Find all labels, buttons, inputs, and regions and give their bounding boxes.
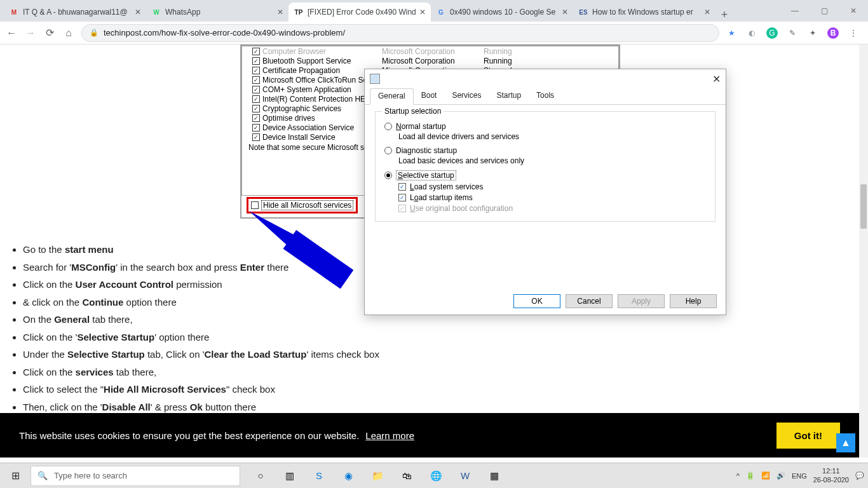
- service-checkbox[interactable]: [252, 114, 260, 122]
- cookie-accept-button[interactable]: Got it!: [776, 423, 840, 449]
- forward-button[interactable]: →: [24, 27, 37, 39]
- group-legend: Startup selection: [382, 107, 444, 116]
- chrome-menu-icon[interactable]: ⋮: [848, 27, 859, 39]
- clock-time: 12:11: [813, 467, 849, 475]
- dialog-close-button[interactable]: ✕: [712, 73, 721, 85]
- tab-favicon: ES: [578, 7, 588, 17]
- language-indicator[interactable]: ENG: [792, 472, 807, 480]
- tab-favicon: G: [436, 7, 446, 17]
- checkbox-icon: [398, 183, 406, 191]
- radio-icon-selected: [384, 172, 392, 179]
- lock-icon: 🔒: [90, 29, 98, 37]
- tray-chevron-icon[interactable]: ^: [736, 472, 740, 480]
- hide-ms-services-highlight: Hide all Microsoft services: [247, 197, 358, 214]
- tab-close-icon[interactable]: ✕: [135, 8, 141, 16]
- grammarly-icon[interactable]: G: [766, 27, 778, 39]
- extension-icon-1[interactable]: ◐: [746, 27, 757, 39]
- volume-icon[interactable]: 🔊: [776, 471, 785, 480]
- service-checkbox[interactable]: [252, 105, 260, 112]
- chrome-tab[interactable]: TP [FIXED] Error Code 0x490 Wind ✕: [288, 3, 431, 22]
- page-content: Computer Browser Microsoft Corporation R…: [0, 44, 859, 458]
- notifications-icon[interactable]: 💬: [855, 471, 864, 480]
- tab-close-icon[interactable]: ✕: [277, 8, 283, 16]
- service-checkbox[interactable]: [252, 67, 260, 74]
- task-view-icon[interactable]: ▥: [282, 468, 297, 484]
- window-maximize[interactable]: ▢: [810, 0, 839, 22]
- radio-selective-startup[interactable]: Selective startup: [384, 170, 706, 180]
- tab-close-icon[interactable]: ✕: [562, 8, 568, 16]
- instruction-step: Click on the 'Selective Startup' option …: [23, 329, 859, 346]
- taskbar-clock[interactable]: 12:11 26-08-2020: [813, 467, 849, 484]
- store-icon[interactable]: 🛍: [399, 468, 414, 484]
- chrome-tab[interactable]: G 0x490 windows 10 - Google Se ✕: [431, 3, 573, 22]
- address-bar[interactable]: 🔒 techinpost.com/how-fix-solve-error-cod…: [81, 24, 719, 42]
- scroll-to-top-button[interactable]: ▲: [836, 433, 855, 452]
- cortana-icon[interactable]: ○: [253, 468, 268, 484]
- instruction-step: Under the Selective Startup tab, Click o…: [23, 346, 859, 363]
- reload-button[interactable]: ⟳: [43, 27, 56, 39]
- tab-close-icon[interactable]: ✕: [704, 8, 710, 16]
- checkbox-icon: [398, 194, 406, 201]
- msconfig-icon: [370, 74, 380, 84]
- msconfig-dialog: ✕ GeneralBootServicesStartupTools Startu…: [364, 69, 726, 315]
- tab-title: How to fix Windows startup er: [592, 8, 700, 17]
- home-button[interactable]: ⌂: [62, 27, 75, 39]
- edge-icon[interactable]: ◉: [341, 468, 356, 484]
- dialog-tab-services[interactable]: Services: [444, 88, 489, 104]
- chrome-icon[interactable]: 🌐: [428, 468, 444, 484]
- new-tab-button[interactable]: +: [715, 8, 733, 22]
- ok-button[interactable]: OK: [513, 294, 560, 308]
- service-checkbox[interactable]: [252, 48, 260, 55]
- service-checkbox[interactable]: [252, 133, 260, 141]
- chrome-tab[interactable]: W WhatsApp ✕: [146, 3, 288, 22]
- battery-icon[interactable]: 🔋: [746, 471, 755, 480]
- dialog-tab-startup[interactable]: Startup: [489, 88, 529, 104]
- service-manufacturer: Microsoft Corporation: [382, 47, 484, 56]
- extensions-puzzle-icon[interactable]: ✦: [807, 27, 818, 39]
- tab-title: IT Q & A - bhuwanagarwal11@: [23, 8, 131, 17]
- back-button[interactable]: ←: [5, 27, 18, 39]
- extension-icon-2[interactable]: ✎: [787, 27, 798, 39]
- scrollbar-thumb[interactable]: [860, 184, 867, 229]
- browser-scrollbar[interactable]: [859, 44, 868, 458]
- wifi-icon[interactable]: 📶: [761, 471, 770, 480]
- service-row: Computer Browser Microsoft Corporation R…: [242, 46, 618, 56]
- radio-normal-sub: Load all device drivers and services: [398, 132, 706, 141]
- dialog-tab-tools[interactable]: Tools: [529, 88, 562, 104]
- tab-title: WhatsApp: [165, 8, 273, 17]
- check-load-system-services[interactable]: Load system services: [398, 182, 706, 191]
- file-explorer-icon[interactable]: 📁: [370, 468, 385, 484]
- help-button[interactable]: Help: [670, 294, 717, 308]
- service-row: Bluetooth Support Service Microsoft Corp…: [242, 56, 618, 65]
- start-button[interactable]: ⊞: [0, 463, 31, 489]
- dialog-titlebar[interactable]: ✕: [365, 69, 726, 88]
- cookie-learn-more-link[interactable]: Learn more: [365, 430, 414, 441]
- service-checkbox[interactable]: [252, 95, 260, 103]
- taskbar-search[interactable]: 🔍 Type here to search: [31, 466, 240, 486]
- radio-icon: [384, 123, 392, 130]
- apply-button[interactable]: Apply: [618, 294, 665, 308]
- service-checkbox[interactable]: [252, 86, 260, 93]
- window-close[interactable]: ✕: [839, 0, 868, 22]
- service-status: Running: [484, 57, 534, 65]
- service-status: Running: [484, 47, 534, 56]
- service-checkbox[interactable]: [252, 76, 260, 84]
- check-load-startup-items[interactable]: Load startup items: [398, 193, 706, 202]
- dialog-tab-general[interactable]: General: [370, 88, 414, 105]
- tab-close-icon[interactable]: ✕: [419, 8, 426, 16]
- cancel-button[interactable]: Cancel: [566, 294, 613, 308]
- dialog-tab-boot[interactable]: Boot: [414, 88, 445, 104]
- service-checkbox[interactable]: [252, 124, 260, 132]
- chrome-tab[interactable]: M IT Q & A - bhuwanagarwal11@ ✕: [4, 3, 146, 22]
- profile-avatar[interactable]: B: [827, 27, 839, 39]
- window-minimize[interactable]: —: [780, 0, 810, 22]
- service-checkbox[interactable]: [252, 57, 260, 65]
- skype-icon[interactable]: S: [311, 468, 327, 484]
- service-name: Computer Browser: [262, 47, 382, 56]
- chrome-tab[interactable]: ES How to fix Windows startup er ✕: [573, 3, 715, 22]
- word-icon[interactable]: W: [458, 468, 473, 484]
- taskbar-app-icon[interactable]: ▦: [487, 468, 502, 484]
- bookmark-star-icon[interactable]: ★: [726, 27, 737, 39]
- radio-normal-startup[interactable]: Normal startup: [384, 122, 706, 131]
- radio-diagnostic-startup[interactable]: Diagnostic startup: [384, 146, 706, 155]
